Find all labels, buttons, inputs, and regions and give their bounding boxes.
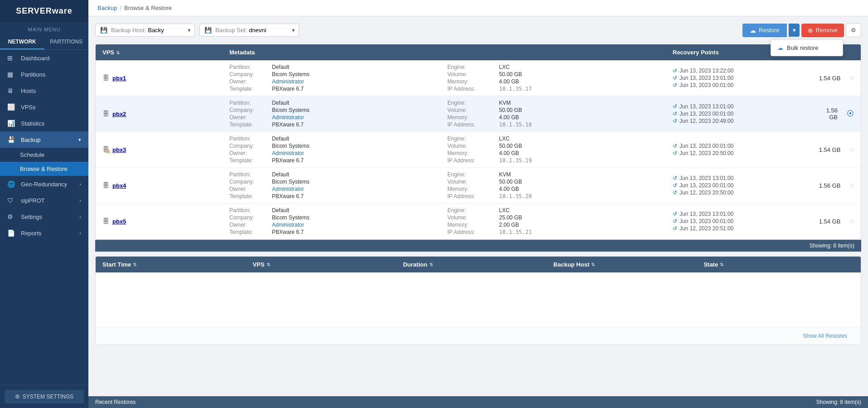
vps-column-header: VPS ⇅ xyxy=(102,49,229,56)
db-icon-pbx2: 🗄 xyxy=(102,110,109,117)
backup-host-value: Backy xyxy=(148,27,164,34)
bulk-restore-label: Bulk restore xyxy=(787,44,818,51)
vps-table: VPS ⇅ Metadata Recovery Points 🗄 pbx1 Pa… xyxy=(95,44,861,240)
table-row: 🗄 pbx4 Partition:Default Engine:KVM Comp… xyxy=(96,168,861,204)
radio-pbx1[interactable]: ○ xyxy=(849,74,854,82)
recovery-cell-pbx5: ↺Jun 13, 2023 13:01:00 ↺Jun 13, 2023 00:… xyxy=(673,211,818,232)
vps-cell-pbx4: 🗄 pbx4 xyxy=(102,182,229,189)
main-content: Backup / Browse & Restore 💾 Backup Host:… xyxy=(88,0,868,408)
main-menu-label: MAIN MENU xyxy=(0,22,88,35)
backup-arrow-icon: ▾ xyxy=(78,137,81,143)
browse-restore-label: Browse & Restore xyxy=(20,165,68,172)
remove-button[interactable]: ⊗ Remove xyxy=(801,24,844,37)
sidebar-subitem-schedule[interactable]: Schedule xyxy=(0,148,88,162)
geo-redundancy-arrow-icon: › xyxy=(79,181,81,187)
vps-link-pbx3[interactable]: pbx3 xyxy=(112,146,126,153)
size-radio-cell-pbx2: 1.56 GB ⦿ xyxy=(818,107,854,121)
size-pbx1: 1.54 GB xyxy=(819,75,845,82)
sidebar-item-settings[interactable]: ⚙ Settings › xyxy=(0,209,88,225)
vps-link-pbx4[interactable]: pbx4 xyxy=(112,182,126,189)
system-settings-label: SYSTEM SETTINGS xyxy=(23,393,74,400)
sidebar-item-vpss[interactable]: ⬜ VPSs xyxy=(0,99,88,115)
sort-icon-state: ⇅ xyxy=(720,262,723,267)
radio-pbx5[interactable]: ○ xyxy=(849,217,854,225)
table-row: 🗄 pbx1 Partition:Default Engine:LXC Comp… xyxy=(96,60,861,96)
sidebar-item-label: Statistics xyxy=(21,120,44,127)
recovery-cell-pbx4: ↺Jun 13, 2023 13:01:00 ↺Jun 13, 2023 00:… xyxy=(673,175,818,196)
table-row: 🗄 ⚠ pbx3 Partition:Default Engine:LXC Co… xyxy=(96,132,861,168)
recovery-cell-pbx2: ↺Jun 13, 2023 13:01:00 ↺Jun 13, 2023 00:… xyxy=(673,103,818,124)
size-radio-cell-pbx4: 1.56 GB ○ xyxy=(818,181,854,189)
radio-pbx3[interactable]: ○ xyxy=(849,146,854,154)
recovery-cell-pbx1: ↺Jun 13, 2023 13:22:00 ↺Jun 13, 2023 13:… xyxy=(673,68,818,88)
settings-icon: ⚙ xyxy=(7,213,16,220)
sidebar-item-geo-redundancy[interactable]: 🌐 Geo-Redundancy › xyxy=(0,176,88,192)
db-icon-pbx3: 🗄 ⚠ xyxy=(102,146,109,153)
duration-header[interactable]: Duration ⇅ xyxy=(403,261,553,268)
chevron-down-icon: ▾ xyxy=(188,27,191,34)
vps-cell-pbx1: 🗄 pbx1 xyxy=(102,74,229,82)
db-icon-pbx1: 🗄 xyxy=(102,74,109,82)
partitions-icon: ▦ xyxy=(7,71,16,78)
sidebar-item-label: VPSs xyxy=(21,104,36,111)
sidebar-tabs: NETWORK PARTITIONS xyxy=(0,35,88,50)
show-all-restores-link[interactable]: Show All Restores xyxy=(796,330,854,342)
start-time-header[interactable]: Start Time ⇅ xyxy=(102,261,253,268)
size-radio-cell-pbx1: 1.54 GB ○ xyxy=(818,74,854,82)
sidebar-item-reports[interactable]: 📄 Reports › xyxy=(0,225,88,241)
vps-link-pbx5[interactable]: pbx5 xyxy=(112,218,126,225)
settings-gear-icon: ⚙ xyxy=(851,27,856,34)
system-settings-button[interactable]: ⚙ SYSTEM SETTINGS xyxy=(5,390,84,403)
sidebar-item-label: Backup xyxy=(21,136,40,143)
reports-arrow-icon: › xyxy=(79,230,81,236)
recent-restores-count: Showing: 8 item(s) xyxy=(816,399,861,405)
sort-icon-start-time: ⇅ xyxy=(133,262,136,267)
radio-pbx4[interactable]: ○ xyxy=(849,181,854,189)
bulk-restore-item[interactable]: ☁ Bulk restore xyxy=(771,40,843,56)
sidebar-item-dashboard[interactable]: ⊞ Dashboard xyxy=(0,50,88,66)
chevron-down-icon-2: ▾ xyxy=(292,27,295,34)
bulk-restore-icon: ☁ xyxy=(777,44,783,51)
sidebar-item-partitions[interactable]: ▦ Partitions xyxy=(0,66,88,83)
sort-icon-duration: ⇅ xyxy=(429,262,433,267)
vps-header[interactable]: VPS ⇅ xyxy=(253,261,403,268)
backup-host-header[interactable]: Backup Host ⇅ xyxy=(553,261,704,268)
table-status-bar: Showing: 8 item(s) xyxy=(95,240,861,252)
vps-cell-pbx2: 🗄 pbx2 xyxy=(102,110,229,117)
metadata-cell-pbx3: Partition:Default Engine:LXC Company:Bic… xyxy=(229,136,673,164)
toolbar-right: ☁ Restore ▾ ⊗ Remove ⚙ ☁ Bulk rest xyxy=(742,23,861,37)
jobs-table-content xyxy=(96,272,861,327)
statistics-icon: 📊 xyxy=(7,120,16,127)
sidebar-item-sipPROT[interactable]: 🛡 sipPROT › xyxy=(0,192,88,209)
breadcrumb-parent[interactable]: Backup xyxy=(97,5,117,11)
backup-set-label: Backup Set: xyxy=(215,27,247,34)
backup-set-selector[interactable]: 💾 Backup Set: dnevni ▾ xyxy=(199,24,299,37)
restore-dropdown-button[interactable]: ▾ xyxy=(789,24,800,37)
vps-link-pbx1[interactable]: pbx1 xyxy=(112,75,126,82)
sidebar-subitem-browse-restore[interactable]: Browse & Restore xyxy=(0,162,88,176)
gear-icon: ⚙ xyxy=(15,393,20,400)
sidebar-item-label: Partitions xyxy=(21,71,45,78)
state-header[interactable]: State ⇅ xyxy=(703,261,854,268)
sidebar-item-backup[interactable]: 💾 Backup ▾ xyxy=(0,131,88,148)
sipPROT-arrow-icon: › xyxy=(79,198,81,203)
sidebar-item-label: Geo-Redundancy xyxy=(21,181,67,188)
backup-set-value: dnevni xyxy=(249,27,266,34)
radio-pbx2[interactable]: ⦿ xyxy=(847,110,854,118)
backup-host-selector[interactable]: 💾 Backup Host: Backy ▾ xyxy=(95,24,195,37)
schedule-label: Schedule xyxy=(20,151,44,158)
sidebar-item-hosts[interactable]: 🖥 Hosts xyxy=(0,83,88,99)
tab-partitions[interactable]: PARTITIONS xyxy=(44,35,89,49)
size-pbx5: 1.54 GB xyxy=(819,218,845,225)
size-pbx4: 1.56 GB xyxy=(819,182,845,189)
size-radio-cell-pbx5: 1.54 GB ○ xyxy=(818,217,854,225)
backup-set-icon: 💾 xyxy=(204,27,212,34)
geo-redundancy-icon: 🌐 xyxy=(7,180,16,188)
page-content: 💾 Backup Host: Backy ▾ 💾 Backup Set: dne… xyxy=(88,16,868,396)
jobs-table-header: Start Time ⇅ VPS ⇅ Duration ⇅ Backup Hos… xyxy=(96,257,861,272)
table-settings-button[interactable]: ⚙ xyxy=(846,23,861,37)
vps-link-pbx2[interactable]: pbx2 xyxy=(112,111,126,117)
sidebar-item-statistics[interactable]: 📊 Statistics xyxy=(0,115,88,131)
tab-network[interactable]: NETWORK xyxy=(0,35,44,49)
restore-button[interactable]: ☁ Restore xyxy=(742,24,787,37)
